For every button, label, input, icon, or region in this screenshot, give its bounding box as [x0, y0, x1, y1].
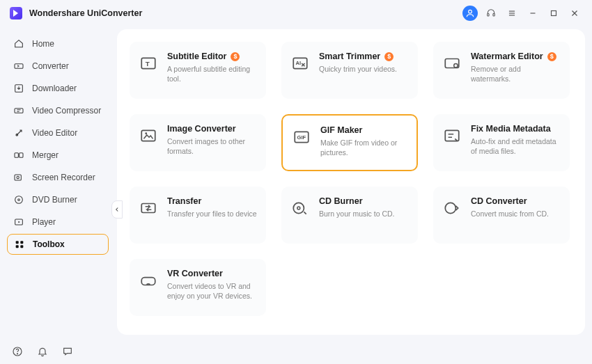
card-title: Smart Trimmer$ — [319, 52, 397, 61]
paid-badge: $ — [231, 52, 240, 61]
headset-icon — [486, 8, 496, 18]
close-icon — [570, 8, 579, 18]
trimmer-icon — [290, 53, 311, 74]
sidebar-item-toolbox[interactable]: Toolbox — [7, 234, 109, 255]
card-title: Image Converter — [167, 124, 258, 134]
sidebar-item-label: Converter — [32, 61, 69, 71]
card-title: CD Converter — [471, 196, 549, 206]
card-description: Burn your music to CD. — [319, 209, 395, 219]
user-account-button[interactable] — [462, 6, 478, 21]
recorder-icon — [13, 171, 25, 184]
tool-card-cd-burner[interactable]: CD BurnerBurn your music to CD. — [281, 187, 418, 244]
home-icon — [13, 38, 25, 50]
editor-icon — [13, 127, 25, 139]
card-title: GIF Maker — [320, 125, 408, 135]
sidebar-item-label: Video Editor — [32, 128, 77, 138]
sidebar-item-converter[interactable]: Converter — [7, 56, 109, 77]
card-title: VR Converter — [167, 269, 258, 278]
sidebar-item-label: Downloader — [32, 84, 77, 93]
help-button[interactable] — [11, 345, 24, 358]
notifications-button[interactable] — [36, 345, 49, 358]
card-description: Convert videos to VR and enjoy on your V… — [167, 281, 258, 301]
titlebar: Wondershare UniConverter — [0, 0, 592, 26]
close-button[interactable] — [567, 6, 582, 21]
svg-point-11 — [17, 354, 17, 354]
card-title: Subtitle Editor$ — [167, 52, 258, 61]
subtitle-icon — [138, 53, 159, 74]
sidebar-item-downloader[interactable]: Downloader — [7, 78, 109, 99]
sidebar-item-video-editor[interactable]: Video Editor — [7, 122, 109, 143]
svg-rect-1 — [488, 14, 489, 16]
sidebar-item-home[interactable]: Home — [7, 33, 109, 54]
sidebar-collapse-button[interactable] — [111, 200, 123, 219]
card-description: Convert images to other formats. — [167, 136, 258, 156]
watermark-icon — [442, 53, 462, 74]
gif-icon — [291, 127, 312, 148]
tool-card-watermark-editor[interactable]: Watermark Editor$Remove or add watermark… — [433, 42, 570, 99]
sidebar-item-screen-recorder[interactable]: Screen Recorder — [7, 167, 109, 188]
cdburn-icon — [290, 198, 311, 219]
sidebar-item-label: Screen Recorder — [32, 173, 95, 182]
app-title: Wondershare UniConverter — [29, 8, 142, 18]
merger-icon — [13, 149, 25, 161]
app-logo — [10, 7, 22, 19]
sidebar-item-label: Player — [32, 217, 56, 227]
toolbox-icon — [13, 238, 26, 251]
card-description: Remove or add watermarks. — [471, 64, 561, 84]
vr-icon — [138, 270, 159, 291]
sidebar-item-label: Home — [32, 39, 54, 49]
feedback-button[interactable] — [61, 345, 74, 358]
hamburger-icon — [507, 8, 517, 18]
paid-badge: $ — [384, 52, 394, 61]
tool-card-gif-maker[interactable]: GIF MakerMake GIF from video or pictures… — [281, 114, 418, 171]
svg-rect-7 — [552, 11, 556, 16]
tool-card-fix-media-metadata[interactable]: Fix Media MetadataAuto-fix and edit meta… — [433, 114, 570, 171]
card-title: Transfer — [167, 196, 257, 206]
chat-icon — [62, 346, 73, 357]
toolbox-grid: Subtitle Editor$A powerful subtitle edit… — [130, 42, 572, 316]
card-description: Quicky trim your videos. — [319, 64, 397, 74]
sidebar-item-merger[interactable]: Merger — [7, 145, 109, 166]
maximize-button[interactable] — [546, 6, 561, 21]
card-description: Convert music from CD. — [471, 209, 549, 219]
sidebar-item-player[interactable]: Player — [7, 212, 109, 232]
card-description: A powerful subtitle editing tool. — [167, 64, 258, 84]
sidebar-item-label: Toolbox — [33, 239, 65, 249]
sidebar-item-label: DVD Burner — [32, 195, 77, 205]
help-icon — [12, 346, 23, 357]
user-icon — [465, 8, 475, 18]
player-icon — [13, 216, 25, 228]
minimize-button[interactable] — [525, 6, 540, 21]
card-title: CD Burner — [319, 196, 395, 206]
tool-card-transfer[interactable]: TransferTransfer your files to device — [130, 187, 266, 244]
metadata-icon — [442, 125, 462, 146]
footer — [0, 339, 592, 364]
transfer-icon — [138, 198, 159, 219]
tool-card-cd-converter[interactable]: CD ConverterConvert music from CD. — [433, 187, 570, 244]
card-title: Watermark Editor$ — [471, 52, 561, 61]
tool-card-vr-converter[interactable]: VR ConverterConvert videos to VR and enj… — [130, 259, 266, 316]
svg-point-0 — [469, 10, 472, 13]
card-description: Auto-fix and edit metadata of media file… — [471, 136, 561, 156]
compressor-icon — [13, 104, 25, 117]
tool-card-subtitle-editor[interactable]: Subtitle Editor$A powerful subtitle edit… — [130, 42, 266, 99]
menu-button[interactable] — [504, 6, 520, 21]
card-description: Make GIF from video or pictures. — [320, 138, 408, 157]
card-title: Fix Media Metadata — [471, 124, 561, 134]
sidebar-item-dvd-burner[interactable]: DVD Burner — [7, 189, 109, 210]
svg-rect-2 — [493, 14, 494, 16]
converter-icon — [13, 60, 25, 72]
support-button[interactable] — [483, 6, 499, 21]
paid-badge: $ — [547, 52, 556, 61]
sidebar-item-label: Video Compressor — [32, 106, 101, 116]
maximize-icon — [549, 8, 559, 18]
minimize-icon — [528, 8, 538, 18]
sidebar-item-video-compressor[interactable]: Video Compressor — [7, 100, 109, 121]
downloader-icon — [13, 82, 25, 95]
sidebar: HomeConverterDownloaderVideo CompressorV… — [0, 26, 117, 339]
tool-card-smart-trimmer[interactable]: Smart Trimmer$Quicky trim your videos. — [281, 42, 418, 99]
tool-card-image-converter[interactable]: Image ConverterConvert images to other f… — [130, 114, 266, 171]
content-area: Subtitle Editor$A powerful subtitle edit… — [117, 29, 585, 335]
bell-icon — [37, 346, 48, 357]
dvd-icon — [13, 193, 25, 206]
